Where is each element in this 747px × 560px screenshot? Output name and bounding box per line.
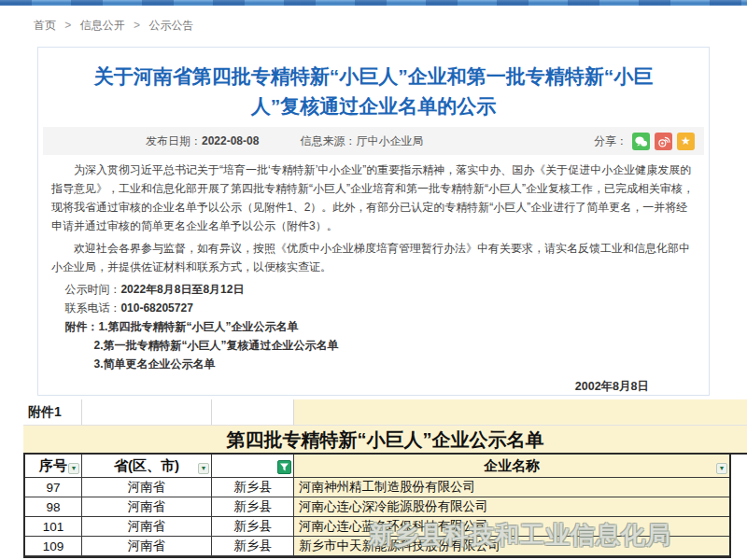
attachment-1-label: 附件1 bbox=[23, 399, 82, 426]
breadcrumb-public-notice[interactable]: 公示公告 bbox=[148, 19, 193, 32]
table-title: 第四批专精特新“小巨人”企业公示名单 bbox=[23, 425, 747, 455]
paragraph-1: 为深入贯彻习近平总书记关于“培育一批‘专精特新’中小企业”的重要指示精神，落实中… bbox=[51, 161, 696, 235]
breadcrumb-separator: > bbox=[134, 19, 140, 32]
col-header-county bbox=[212, 455, 294, 478]
col-header-seq: 序号▼ bbox=[25, 455, 82, 478]
cell-company: 河南心连心深冷能源股份有限公司 bbox=[294, 497, 729, 517]
cell-county: 新乡县 bbox=[212, 537, 294, 556]
info-source-value: 厅中小企业局 bbox=[356, 134, 423, 147]
public-time-line: 公示时间：2022年8月8日至8月12日 bbox=[51, 280, 696, 299]
agency-watermark: 新乡县科技和工业信息化局 bbox=[369, 519, 671, 552]
cell-province: 河南省 bbox=[82, 478, 212, 497]
attachment-item-3: 3.简单更名企业公示名单 bbox=[64, 355, 696, 373]
active-filter-funnel-icon[interactable] bbox=[277, 460, 291, 474]
article-body: 为深入贯彻习近平总书记关于“培育一批‘专精特新’中小企业”的重要指示精神，落实中… bbox=[38, 155, 709, 396]
cell-county: 新乡县 bbox=[212, 497, 294, 517]
empty-cell bbox=[212, 399, 294, 426]
favorite-star-icon[interactable]: ★ bbox=[677, 133, 695, 150]
publish-date-label: 发布日期： bbox=[146, 134, 202, 147]
cell-seq: 109 bbox=[25, 537, 82, 556]
wechat-share-icon[interactable] bbox=[632, 133, 650, 150]
announcement-card: 关于河南省第四批专精特新“小巨人”企业和第一批专精特新“小巨人”复核通过企业名单… bbox=[37, 47, 710, 396]
cell-seq: 101 bbox=[25, 517, 82, 537]
cell-county: 新乡县 bbox=[212, 478, 294, 497]
attachment-1-label-row: 附件1 bbox=[23, 399, 747, 425]
info-bar: 发布日期：2022-08-08 信息来源：厅中小企业局 分享： ★ bbox=[43, 127, 704, 155]
empty-cell bbox=[294, 399, 747, 426]
table-row: 97 河南省 新乡县 河南神州精工制造股份有限公司 bbox=[25, 478, 729, 497]
cell-seq: 98 bbox=[25, 497, 82, 517]
table-header-row: 序号▼ 省(区、市)▼ 企业名称▼ bbox=[25, 455, 729, 478]
col-header-company: 企业名称▼ bbox=[294, 455, 729, 478]
info-source-label: 信息来源： bbox=[300, 134, 356, 147]
attachment-list: 附件：1.第四批专精特新“小巨人”企业公示名单 2.第一批专精特新“小巨人”复核… bbox=[51, 317, 696, 373]
breadcrumb-info-disclosure[interactable]: 信息公开 bbox=[80, 19, 125, 32]
filter-dropdown-icon[interactable]: ▼ bbox=[716, 463, 727, 474]
breadcrumb-separator: > bbox=[64, 19, 71, 32]
contact-phone-label: 联系电话： bbox=[64, 301, 120, 315]
breadcrumb-home[interactable]: 首页 bbox=[34, 19, 56, 32]
attachments-label: 附件： bbox=[64, 320, 98, 333]
col-header-province: 省(区、市)▼ bbox=[82, 455, 212, 478]
share-bar: 分享： ★ bbox=[594, 133, 695, 150]
breadcrumb: 首页 > 信息公开 > 公示公告 bbox=[34, 18, 193, 34]
attachment-1-title: 1.第四批专精特新“小巨人”企业公示名单 bbox=[98, 320, 298, 333]
top-decor-bar bbox=[0, 0, 747, 6]
cell-province: 河南省 bbox=[82, 497, 212, 517]
publish-date-value: 2022-08-08 bbox=[202, 134, 259, 147]
page-title: 关于河南省第四批专精特新“小巨人”企业和第一批专精特新“小巨人”复核通过企业名单… bbox=[89, 62, 658, 121]
weibo-share-icon[interactable] bbox=[655, 133, 672, 150]
cell-county: 新乡县 bbox=[212, 517, 294, 537]
paragraph-2: 欢迎社会各界参与监督，如有异议，按照《优质中小企业梯度培育管理暂行办法》中有关要… bbox=[51, 239, 696, 276]
share-label: 分享： bbox=[594, 133, 627, 149]
contact-phone-value: 010-68205727 bbox=[120, 301, 192, 315]
col-header-province-label: 省(区、市) bbox=[114, 457, 179, 475]
signature-date: 2002年8月8日 bbox=[51, 373, 696, 396]
cell-province: 河南省 bbox=[82, 537, 212, 556]
col-header-seq-label: 序号 bbox=[39, 457, 67, 475]
info-source: 信息来源：厅中小企业局 bbox=[300, 133, 423, 149]
attachment-item-2: 2.第一批专精特新“小巨人”复核通过企业公示名单 bbox=[64, 336, 696, 355]
table-row: 98 河南省 新乡县 河南心连心深冷能源股份有限公司 bbox=[25, 497, 729, 517]
contact-phone-line: 联系电话：010-68205727 bbox=[51, 299, 696, 317]
cell-seq: 97 bbox=[25, 478, 82, 497]
filter-dropdown-icon[interactable]: ▼ bbox=[68, 463, 79, 474]
cell-company: 河南神州精工制造股份有限公司 bbox=[294, 478, 729, 497]
empty-cell bbox=[82, 399, 212, 426]
public-time-label: 公示时间： bbox=[64, 283, 120, 296]
attachment-item-1: 附件：1.第四批专精特新“小巨人”企业公示名单 bbox=[64, 317, 696, 336]
col-header-company-label: 企业名称 bbox=[484, 457, 540, 475]
public-time-value: 2022年8月8日至8月12日 bbox=[120, 283, 244, 296]
cell-province: 河南省 bbox=[82, 517, 212, 537]
publish-date: 发布日期：2022-08-08 bbox=[146, 133, 259, 149]
filter-dropdown-icon[interactable]: ▼ bbox=[198, 463, 209, 474]
